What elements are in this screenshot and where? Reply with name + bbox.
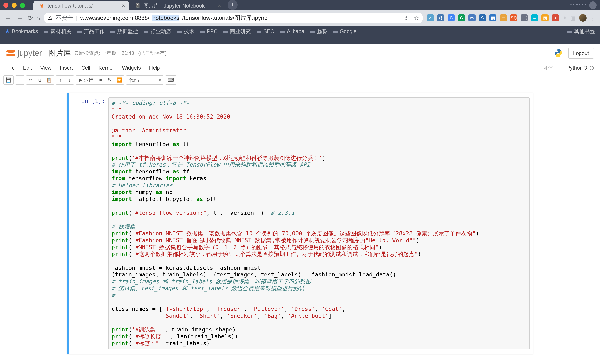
bookmarks-folder[interactable]: ▬数据监控 xyxy=(111,28,138,35)
browser-tab-active[interactable]: ◉ tensorflow-tutorials/ × xyxy=(33,1,129,10)
code-token: matplotlib.pyplot xyxy=(135,196,193,202)
reload-button[interactable]: ⟳ xyxy=(28,14,33,22)
home-button[interactable]: ⌂ xyxy=(37,15,40,21)
url-input[interactable]: ⚠ 不安全 | www.ssevening.com:8888/notebooks… xyxy=(44,12,423,23)
extension-icon[interactable]: S xyxy=(479,14,486,21)
jupyter-logo[interactable]: jupyter xyxy=(6,49,42,58)
menu-edit[interactable]: Edit xyxy=(23,65,32,71)
menu-kernel[interactable]: Kernel xyxy=(99,65,114,71)
bookmarks-folder[interactable]: ▬素材相关 xyxy=(44,28,71,35)
chevron-down-icon[interactable]: ⌄ xyxy=(589,1,597,9)
copy-button[interactable]: ⧉ xyxy=(35,75,44,85)
other-bookmarks[interactable]: ▬其他书签 xyxy=(567,28,595,35)
back-button[interactable]: ← xyxy=(4,14,12,22)
trusted-indicator[interactable]: 可信 xyxy=(543,65,553,71)
celltype-select[interactable]: 代码 xyxy=(126,75,163,85)
move-down-button[interactable]: ↓ xyxy=(65,75,74,85)
extension-icon[interactable]: ⋮⋮ xyxy=(521,14,528,21)
logout-button[interactable]: Logout xyxy=(568,48,594,59)
move-up-button[interactable]: ↑ xyxy=(56,75,65,85)
bookmarks-folder[interactable]: ▬PPC xyxy=(200,28,217,34)
close-window-button[interactable] xyxy=(3,3,8,8)
code-token: numpy xyxy=(135,189,152,195)
menu-help[interactable]: Help xyxy=(149,65,160,71)
restart-button[interactable]: ↻ xyxy=(105,75,114,85)
jupyter-logo-text: jupyter xyxy=(18,49,42,58)
new-tab-button[interactable]: + xyxy=(228,0,238,10)
code-token: "#标签：" xyxy=(132,340,159,346)
code-token: 'Sneaker' xyxy=(227,313,257,319)
stop-button[interactable]: ■ xyxy=(96,75,105,85)
code-token: "#tensorflow version:" xyxy=(132,210,206,216)
kernel-name[interactable]: Python 3 xyxy=(561,62,594,74)
cut-button[interactable]: ✂ xyxy=(26,75,35,85)
code-token: "#MNIST 数据集包含手写数字（0、1、2 等）的图像，其格式与您将使用的衣… xyxy=(132,244,379,250)
code-token: class_names = [ xyxy=(112,306,162,312)
code-line: """ xyxy=(112,107,122,113)
extension-icon[interactable]: ⟨⟩ xyxy=(437,14,444,21)
run-label: 运行 xyxy=(84,77,93,83)
menu-file[interactable]: File xyxy=(6,65,15,71)
bookmarks-folder[interactable]: ▬技术 xyxy=(177,28,194,35)
extension-icon[interactable]: ∞ xyxy=(531,14,538,21)
close-tab-icon[interactable]: × xyxy=(122,2,125,9)
paste-button[interactable]: 📋 xyxy=(44,75,54,85)
code-editor[interactable]: # -*- coding: utf-8 -*- """ Created on W… xyxy=(108,97,530,349)
bookmarks-folder[interactable]: ▬SEO xyxy=(257,28,274,34)
menu-view[interactable]: View xyxy=(40,65,51,71)
minimize-window-button[interactable] xyxy=(12,3,17,8)
bookmarks-folder[interactable]: ▬行业动态 xyxy=(144,28,171,35)
command-palette-button[interactable]: ⌨ xyxy=(165,75,176,85)
code-token: 'Shirt' xyxy=(196,313,220,319)
code-token: tensorflow xyxy=(135,168,169,175)
profile-avatar[interactable] xyxy=(579,14,587,22)
extension-icon[interactable]: ● xyxy=(552,14,559,21)
extension-icon[interactable]: m xyxy=(469,14,476,21)
browser-tab[interactable]: 📓 图片库 - Jupyter Notebook × xyxy=(129,1,225,10)
extension-icon[interactable]: ○ xyxy=(427,14,434,21)
bookmark-star-icon[interactable]: ☆ xyxy=(414,15,419,21)
bookmarks-bar: ★Bookmarks ▬素材相关 ▬产品工作 ▬数据监控 ▬行业动态 ▬技术 ▬… xyxy=(0,26,600,37)
extension-icon[interactable]: G xyxy=(448,14,455,21)
code-line: # xyxy=(112,292,115,298)
bookmarks-folder[interactable]: ★Bookmarks xyxy=(5,28,38,35)
bookmarks-folder[interactable]: ▬产品工作 xyxy=(77,28,105,35)
extension-icon[interactable]: ▭ xyxy=(500,14,507,21)
close-tab-icon[interactable]: × xyxy=(218,2,221,9)
bookmark-label: Bookmarks xyxy=(12,28,38,34)
reading-list-icon[interactable]: ▣ xyxy=(570,15,576,21)
code-token: np xyxy=(166,189,173,195)
code-cell[interactable]: In [1]: # -*- coding: utf-8 -*- """ Crea… xyxy=(67,93,533,354)
code-token: as xyxy=(173,141,179,147)
menu-insert[interactable]: Insert xyxy=(60,65,73,71)
extension-icon[interactable]: G xyxy=(458,14,465,21)
bookmark-label: SEO xyxy=(263,28,274,34)
add-cell-button[interactable]: ＋ xyxy=(15,75,24,85)
folder-icon: ▬ xyxy=(200,28,205,34)
code-token: 'Bag' xyxy=(264,313,281,319)
url-host: www.ssevening.com:8888/ xyxy=(80,15,150,21)
run-button[interactable]: ▶ 运行 xyxy=(76,75,96,85)
window-controls xyxy=(3,3,25,8)
extensions-puzzle-icon[interactable]: ✦ xyxy=(562,15,567,21)
code-token: print xyxy=(112,237,128,243)
code-token: import xyxy=(166,175,186,182)
extension-icon[interactable]: SQ xyxy=(510,14,517,21)
bookmarks-folder[interactable]: ▬Alibaba xyxy=(280,28,304,34)
menu-widgets[interactable]: Widgets xyxy=(122,65,141,71)
fast-forward-button[interactable]: ⏩ xyxy=(114,75,124,85)
bookmarks-folder[interactable]: ▬商业研究 xyxy=(223,28,251,35)
maximize-window-button[interactable] xyxy=(20,3,25,8)
save-button[interactable]: 💾 xyxy=(3,75,14,85)
jupyter-favicon-icon: ◉ xyxy=(38,2,45,9)
extension-icon[interactable]: ▧ xyxy=(541,14,549,21)
bookmarks-folder[interactable]: ▬趋势 xyxy=(310,28,327,35)
forward-button[interactable]: → xyxy=(16,14,24,22)
extension-icon[interactable]: ▦ xyxy=(489,14,496,21)
notebook-container[interactable]: In [1]: # -*- coding: utf-8 -*- """ Crea… xyxy=(0,86,600,364)
notebook-title[interactable]: 图片库 xyxy=(48,48,71,58)
kebab-menu-icon[interactable]: ⋮ xyxy=(590,15,596,21)
bookmarks-folder[interactable]: ▬Google xyxy=(333,28,357,34)
menu-cell[interactable]: Cell xyxy=(81,65,90,71)
share-icon[interactable]: ⇪ xyxy=(404,15,408,21)
